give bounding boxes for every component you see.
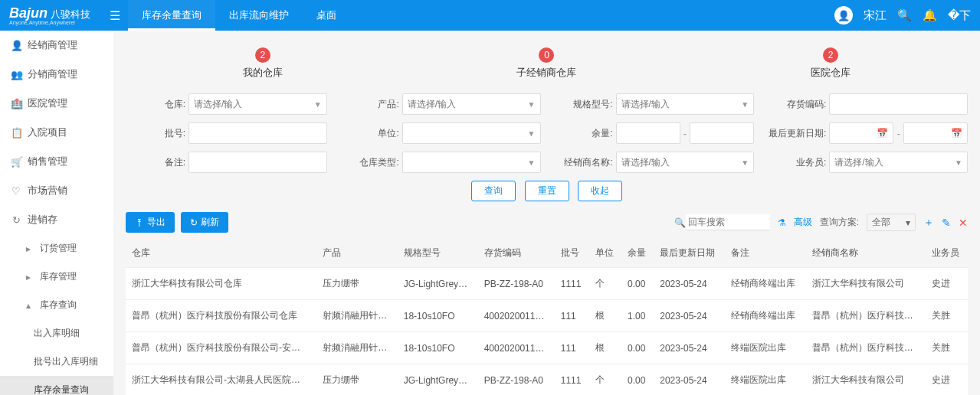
sidebar-item[interactable]: ♡市场营销	[0, 176, 113, 205]
sidebar-item[interactable]: 批号出入库明细	[0, 348, 113, 376]
input[interactable]	[621, 157, 749, 168]
stat-card[interactable]: 2医院仓库	[811, 47, 851, 80]
stat-card[interactable]: 2我的仓库	[243, 47, 283, 80]
sidebar-icon: ↻	[11, 214, 21, 226]
input[interactable]	[695, 128, 749, 139]
table-header[interactable]: 最后更新日期	[654, 239, 725, 268]
download-icon[interactable]: �下	[948, 8, 971, 23]
sidebar-item[interactable]: 出入库明细	[0, 319, 113, 348]
input[interactable]	[834, 99, 962, 109]
table-header[interactable]: 规格型号	[398, 239, 478, 268]
scheme-select[interactable]: 全部▾	[867, 214, 916, 231]
sidebar-toggle-icon[interactable]: ☰	[102, 8, 128, 23]
chevron-down-icon: ▾	[906, 217, 910, 228]
table-header[interactable]: 备注	[725, 239, 806, 268]
range-input[interactable]	[616, 122, 680, 144]
table-row[interactable]: 浙江大华科技有限公司仓库压力绷带JG-LightGrey…PB-ZZ-198-A…	[126, 268, 968, 300]
filter-input[interactable]: ▼	[188, 93, 327, 115]
input[interactable]	[194, 157, 322, 168]
range-input[interactable]	[690, 122, 754, 144]
stat-card[interactable]: 0子经销商仓库	[516, 47, 576, 80]
filter-input[interactable]	[188, 122, 327, 144]
sidebar-item-label: 销售管理	[28, 155, 67, 168]
table-cell: JG-LightGrey…	[398, 268, 478, 300]
refresh-button[interactable]: ↻刷新	[181, 212, 228, 233]
sidebar-item[interactable]: 库存余量查询	[0, 376, 113, 395]
filter-input[interactable]: ▼	[402, 93, 541, 115]
query-button[interactable]: 查询	[471, 181, 516, 201]
filter-icon[interactable]: ⚗	[778, 217, 786, 228]
table-header[interactable]: 批号	[555, 239, 589, 268]
input[interactable]	[909, 128, 951, 139]
filter-input[interactable]: ▼	[616, 152, 755, 173]
input[interactable]	[194, 128, 322, 139]
avatar[interactable]: 👤	[834, 6, 853, 24]
edit-icon[interactable]: ✎	[942, 217, 951, 229]
sidebar-item-label: 订货管理	[40, 242, 77, 255]
tab-inventory-query[interactable]: 库存余量查询	[128, 0, 215, 31]
sidebar-item-label: 进销存	[28, 213, 57, 227]
table-header[interactable]: 存货编码	[478, 239, 555, 268]
date-input[interactable]: 📅	[903, 122, 968, 144]
table-cell: 射频消融用针…	[316, 332, 398, 364]
input[interactable]	[621, 128, 675, 139]
sidebar-item[interactable]: ▸库存管理	[0, 263, 113, 291]
table-header[interactable]: 经销商名称	[806, 239, 926, 268]
stat-label: 我的仓库	[243, 66, 283, 80]
bell-icon[interactable]: 🔔	[923, 8, 937, 22]
tab-outbound-flow[interactable]: 出库流向维护	[215, 0, 303, 31]
delete-icon[interactable]: ✕	[959, 217, 968, 229]
search-icon[interactable]: 🔍	[897, 8, 912, 22]
table-cell: 压力绷带	[316, 364, 398, 396]
filter-field: 业务员:▼	[766, 152, 968, 173]
collapse-button[interactable]: 收起	[578, 181, 622, 201]
search-input[interactable]	[686, 214, 770, 230]
table-header[interactable]: 单位	[589, 239, 621, 268]
sidebar-item[interactable]: ▴库存查询	[0, 291, 113, 319]
input[interactable]	[621, 99, 749, 109]
table-row[interactable]: 浙江大华科技有限公司-太湖县人民医院…压力绷带JG-LightGrey…PB-Z…	[126, 364, 968, 396]
sidebar-item[interactable]: ↻进销存	[0, 205, 113, 234]
header-tabs: 库存余量查询 出库流向维护 桌面	[128, 0, 350, 31]
date-input[interactable]: 📅	[829, 122, 893, 144]
table-cell: PB-ZZ-198-A0	[478, 268, 555, 300]
filter-input[interactable]: ▼	[616, 93, 755, 115]
filter-input[interactable]: ▼	[829, 152, 968, 173]
sidebar-item[interactable]: 👥分销商管理	[0, 60, 113, 89]
reset-button[interactable]: 重置	[525, 181, 569, 201]
table-header[interactable]: 余量	[621, 239, 654, 268]
table-row[interactable]: 普昂（杭州）医疗科技股份有限公司仓库射频消融用针…18-10s10FO40020…	[126, 300, 968, 332]
search-icon: 🔍	[674, 217, 686, 228]
tab-desktop[interactable]: 桌面	[303, 0, 350, 31]
input[interactable]	[834, 157, 962, 168]
sidebar-icon: 📋	[11, 127, 21, 139]
table-row[interactable]: 普昂（杭州）医疗科技股份有限公司-安…射频消融用针…18-10s10FO4002…	[126, 332, 968, 364]
sidebar-item[interactable]: 📋入院项目	[0, 118, 113, 147]
export-button[interactable]: ⭱导出	[126, 212, 175, 233]
username: 宋江	[864, 8, 887, 23]
add-icon[interactable]: ＋	[923, 216, 934, 230]
table-cell: 18-10s10FO	[398, 332, 478, 364]
input[interactable]	[194, 99, 322, 109]
input[interactable]	[408, 99, 536, 109]
sidebar-item-label: 经销商管理	[28, 38, 77, 52]
filter-input[interactable]	[188, 152, 327, 173]
input[interactable]	[408, 157, 536, 168]
table-cell: 终端医院出库	[725, 364, 806, 396]
table-header[interactable]: 产品	[316, 239, 398, 268]
filter-input[interactable]: ▼	[402, 152, 541, 173]
filter-label: 经销商名称:	[553, 156, 613, 169]
input[interactable]	[408, 128, 536, 139]
input[interactable]	[834, 128, 877, 139]
sidebar-item[interactable]: 👤经销商管理	[0, 31, 113, 60]
filter-input[interactable]: ▼	[402, 122, 541, 144]
filter-input[interactable]	[829, 93, 968, 115]
sidebar-item[interactable]: ▸订货管理	[0, 234, 113, 263]
table-header[interactable]: 业务员	[926, 239, 968, 268]
sidebar-item[interactable]: 🛒销售管理	[0, 147, 113, 176]
table-header[interactable]: 仓库	[126, 239, 316, 268]
sidebar-item[interactable]: 🏥医院管理	[0, 89, 113, 118]
sidebar-icon: 🏥	[11, 98, 21, 109]
filter-label: 单位:	[339, 127, 399, 140]
advanced-link[interactable]: 高级	[794, 216, 812, 229]
